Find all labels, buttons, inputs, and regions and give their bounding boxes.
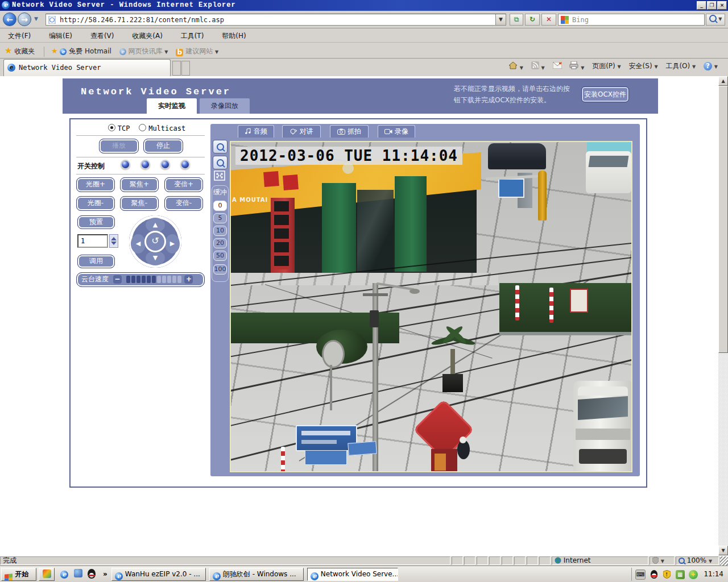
scroll-down-icon[interactable]: ▼ [718,546,728,555]
address-field[interactable]: http://58.246.71.222:81/content/nmlc.asp… [46,14,506,26]
preset-button[interactable]: 预置 [77,215,115,229]
new-tab-stub2[interactable] [181,61,190,76]
back-button[interactable]: ← [3,13,16,26]
add-favorite-icon[interactable]: ★ [51,47,58,55]
page-menu[interactable]: 页面(P) ▼ [592,61,621,71]
minimize-button[interactable]: _ [697,1,706,10]
switch-led-1[interactable] [121,160,130,169]
webslice-dropdown-icon[interactable]: ▼ [164,49,168,55]
favbar-item-webslice[interactable]: 网页快讯库 [129,47,163,55]
search-button[interactable]: ▼ [706,14,725,26]
tray-qq-icon[interactable] [650,570,659,579]
tab-live-monitor[interactable]: 实时监视 [147,98,197,114]
quicklaunch-media-icon[interactable] [73,569,83,579]
page-scrollbar[interactable]: ▲ ▼ [718,76,728,556]
stop-button[interactable]: ✕ [541,14,556,26]
zoom-cell[interactable]: 100% ▼ [676,556,719,565]
menu-tools[interactable]: 工具(T) [173,28,212,41]
tray-shield-icon[interactable]: ! [663,570,672,579]
quicklaunch-overflow-icon[interactable]: » [100,569,110,579]
fullscreen-tool[interactable] [214,171,226,182]
spinner-up-icon[interactable] [111,237,117,240]
speed-minus-button[interactable]: − [113,275,122,284]
zoom-in-tool[interactable] [213,156,228,169]
spinner-down-icon[interactable] [111,242,117,245]
switch-led-3[interactable] [160,160,170,169]
task-nvs[interactable]: e Network Video Serve... [307,568,398,581]
focus-minus-button[interactable]: 聚焦- [120,196,159,211]
task-langchi[interactable]: e 朗驰欣创 - Windows ... [209,568,304,581]
call-button[interactable]: 调用 [77,255,115,268]
menu-file[interactable]: 文件(F) [0,28,39,41]
recent-pages-dropdown-icon[interactable]: ▼ [34,16,38,22]
preset-spinner[interactable] [109,234,118,248]
refresh-button[interactable]: ↻ [525,14,540,26]
multicast-radio[interactable] [139,124,146,131]
install-ocx-button[interactable]: 安装OCX控件 [581,86,629,102]
tab-playback[interactable]: 录像回放 [200,98,250,114]
suggested-dropdown-icon[interactable]: ▼ [215,49,218,55]
menu-edit[interactable]: 编辑(E) [41,28,80,41]
tray-plus-icon[interactable]: + [689,570,698,579]
tcp-radio[interactable] [108,124,115,131]
switch-led-2[interactable] [140,160,150,169]
tray-green-icon[interactable]: ▦ [676,570,685,579]
switch-led-4[interactable] [180,160,190,169]
new-tab-stub[interactable] [172,61,181,76]
tab-talk[interactable]: 对讲 [282,125,321,138]
show-desktop-button[interactable] [39,568,55,581]
compatibility-view-button[interactable]: ⧉ [510,14,523,26]
tab-snapshot[interactable]: 抓拍 [330,125,369,138]
address-dropdown-icon[interactable]: ▼ [495,14,506,25]
safety-menu[interactable]: 安全(S) ▼ [629,61,658,71]
print-button[interactable]: ▼ [569,61,584,71]
quicklaunch-qq-icon[interactable] [86,569,97,579]
menu-view[interactable]: 查看(V) [82,28,122,41]
quicklaunch-ie-icon[interactable]: e [59,569,69,579]
favbar-item-suggested[interactable]: 建议网站 [185,47,213,55]
close-button[interactable]: × [717,1,727,10]
search-box[interactable]: Bing [558,14,705,26]
home-button[interactable]: ▼ [508,61,523,71]
ptz-right-button[interactable]: ▶ [165,234,180,253]
tools-menu[interactable]: 工具(O) ▼ [665,61,696,71]
scroll-up-icon[interactable]: ▲ [718,76,728,86]
buffer-10[interactable]: 10 [213,226,227,236]
buffer-100[interactable]: 100 [213,264,227,275]
buffer-0[interactable]: 0 [213,201,227,211]
preset-number-input[interactable] [77,234,108,248]
buffer-20[interactable]: 20 [213,238,227,248]
scroll-thumb[interactable] [718,86,728,353]
zoom-out-tool[interactable] [213,140,228,153]
buffer-5[interactable]: 5 [213,213,227,223]
iris-minus-button[interactable]: 光圈- [76,196,115,211]
focus-plus-button[interactable]: 聚焦+ [120,177,159,192]
menu-favorites[interactable]: 收藏夹(A) [124,28,171,41]
protected-mode-cell[interactable]: ▼ [650,556,675,565]
restore-button[interactable]: ❐ [707,1,717,10]
forward-button[interactable]: → [18,13,31,26]
ptz-up-button[interactable]: ▲ [146,218,165,232]
ptz-auto-button[interactable]: ↺ [146,232,164,251]
favorites-button[interactable]: 收藏夹 [14,47,35,55]
stop-button-ctrl[interactable]: 停止 [143,139,183,153]
tray-keyboard-icon[interactable]: ⌨ [635,569,646,580]
ptz-down-button[interactable]: ▼ [146,251,165,265]
tab-audio[interactable]: 音频 [238,125,274,138]
feeds-button[interactable]: ▼ [531,61,545,71]
task-wanhu[interactable]: e WanHu ezEIP v2.0 - ... [111,568,206,581]
play-button[interactable]: 播放 [99,139,139,153]
menu-help[interactable]: 帮助(H) [214,28,254,41]
zoom-plus-button[interactable]: 变倍+ [164,177,203,192]
speed-plus-button[interactable]: + [184,275,193,284]
mail-button[interactable] [553,62,562,70]
browser-tab[interactable]: e Network Video Server [3,59,171,76]
favbar-item-hotmail[interactable]: 免费 Hotmail [69,47,111,55]
ptz-left-button[interactable]: ◀ [131,234,146,253]
zoom-minus-button[interactable]: 变倍- [164,196,203,211]
iris-plus-button[interactable]: 光圈+ [76,177,115,192]
tab-record[interactable]: 录像 [378,125,415,138]
start-button[interactable]: 开始 [1,568,36,581]
buffer-50[interactable]: 50 [213,251,227,261]
help-button[interactable]: ? ▼ [704,62,718,70]
